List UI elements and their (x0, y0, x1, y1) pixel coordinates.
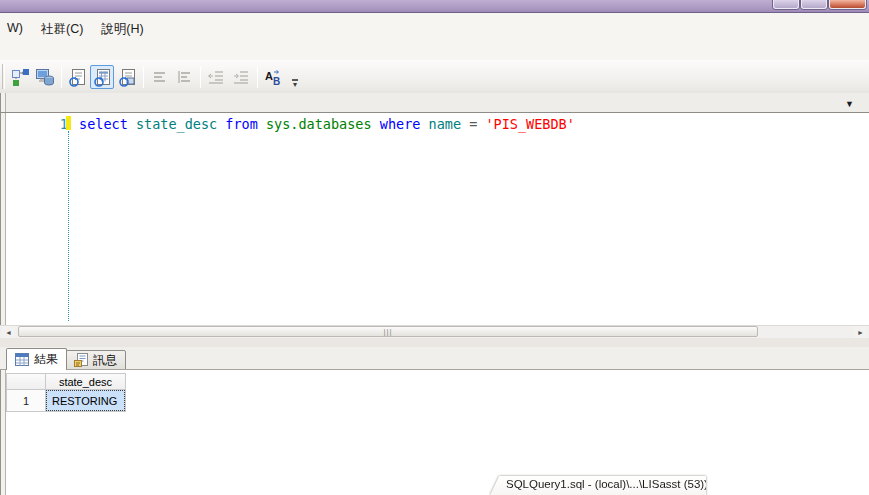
tuning-advisor-icon (35, 68, 55, 87)
scrollbar-thumb[interactable]: ||| (18, 326, 758, 337)
title-bar (0, 0, 869, 13)
results-tab-label: 結果 (34, 351, 58, 368)
svg-text:A: A (265, 70, 273, 82)
menu-item-help[interactable]: 說明(H) (95, 19, 151, 39)
grid-column-header[interactable]: state_desc (45, 373, 126, 390)
results-tab-bar (0, 347, 869, 370)
decrease-indent-button[interactable] (204, 65, 228, 89)
toolbar-grip[interactable] (2, 64, 5, 89)
sql-token-column: name (429, 116, 470, 132)
results-to-file-icon (118, 68, 137, 87)
pane-splitter[interactable] (0, 338, 869, 347)
sql-token-keyword: select (79, 116, 136, 132)
chevron-down-icon: ▾ (293, 82, 297, 88)
document-tab-strip (0, 93, 869, 113)
results-to-text-icon (68, 68, 87, 87)
sql-token-keyword: where (380, 116, 429, 132)
minimize-button[interactable] (773, 0, 799, 9)
results-grid-icon (15, 353, 29, 366)
menu-item-community[interactable]: 社群(C) (35, 19, 91, 39)
increase-indent-icon (232, 68, 251, 87)
scroll-right-arrow[interactable]: ► (854, 326, 867, 338)
results-to-grid-icon (93, 68, 112, 87)
client-statistics-button[interactable] (8, 65, 32, 89)
comment-lines-button[interactable] (147, 65, 171, 89)
results-to-grid-button[interactable] (90, 65, 114, 89)
toolbar-separator (61, 66, 62, 88)
sql-token-operator: = (469, 116, 485, 132)
template-parameters-icon: A B (264, 68, 283, 87)
results-grid-area: state_desc 1 RESTORING (6, 370, 869, 495)
tab-sqlquery1-active[interactable]: SQLQuery1.sql - (local)\...\LISasst (53)… (490, 476, 706, 495)
sql-editor[interactable]: 1 select state_desc from sys.databases w… (6, 113, 869, 325)
tab-messages[interactable]: 訊息 (65, 350, 126, 370)
sql-token-system-object: sys.databases (266, 116, 380, 132)
comment-lines-icon (150, 68, 169, 87)
toolbar-separator (143, 66, 144, 88)
uncomment-lines-icon (175, 68, 194, 87)
tab-list-dropdown[interactable]: ▼ (845, 99, 854, 109)
results-to-text-button[interactable] (65, 65, 89, 89)
maximize-button[interactable] (801, 0, 827, 9)
tab-results[interactable]: 結果 (6, 348, 67, 370)
grid-corner-header[interactable] (6, 373, 46, 390)
tuning-advisor-button[interactable] (33, 65, 57, 89)
sql-token-string: 'PIS_WEBDB' (485, 116, 574, 132)
toolbar-separator (257, 66, 258, 88)
grid-row-number[interactable]: 1 (6, 389, 46, 412)
svg-text:B: B (273, 76, 280, 87)
sql-token-column: state_desc (136, 116, 225, 132)
client-statistics-icon (11, 68, 30, 87)
menu-bar: W) 社群(C) 說明(H) (0, 13, 869, 60)
template-parameters-button[interactable]: A B (261, 65, 285, 89)
toolbar-separator (200, 66, 201, 88)
tracking-dotted-line (68, 131, 69, 321)
toolbar-overflow-button[interactable]: ▾ (288, 64, 302, 90)
scrollbar-grip-icon: ||| (383, 328, 392, 336)
scroll-left-arrow[interactable]: ◄ (2, 326, 15, 338)
tab-strip-border (0, 112, 869, 113)
messages-tab-label: 訊息 (93, 352, 117, 369)
sql-code-line[interactable]: select state_desc from sys.databases whe… (79, 116, 575, 132)
sql-token-keyword: from (225, 116, 266, 132)
grid-cell-selected[interactable]: RESTORING (45, 389, 126, 412)
decrease-indent-icon (207, 68, 226, 87)
results-tab-border (0, 369, 869, 370)
messages-icon (74, 353, 88, 367)
change-tracking-bar (66, 116, 71, 130)
close-button[interactable] (829, 0, 866, 9)
menu-item-window-partial[interactable]: W) (1, 19, 31, 39)
results-to-file-button[interactable] (115, 65, 139, 89)
uncomment-lines-button[interactable] (172, 65, 196, 89)
tab-label: SQLQuery1.sql - (local)\...\LISasst (53)… (490, 476, 706, 490)
increase-indent-button[interactable] (229, 65, 253, 89)
